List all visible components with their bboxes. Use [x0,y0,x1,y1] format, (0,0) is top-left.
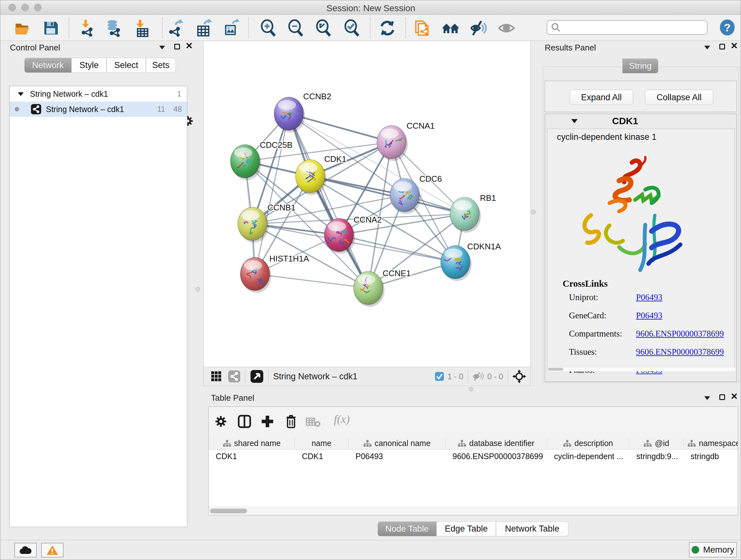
table-cell[interactable]: stringdb:9... [629,449,684,463]
import-network-database-icon[interactable] [105,19,123,37]
node-CCNA2[interactable]: CCNA2 [324,215,382,254]
apply-layout-icon[interactable] [379,19,396,37]
results-panel-close-icon[interactable]: ✕ [731,43,738,49]
right-splitter-handle[interactable] [531,210,536,214]
table-header-row[interactable]: shared namenamecanonical namedatabase id… [209,437,738,449]
import-network-file-icon[interactable] [78,19,96,37]
zoom-in-icon[interactable] [259,19,277,37]
zoom-selected-icon[interactable] [343,19,361,37]
crosslink-link[interactable]: 9606.ENSP00000378699 [636,347,724,357]
help-icon[interactable]: ? [720,19,735,36]
crosslink-link[interactable]: P06493 [636,293,663,302]
search-input[interactable] [547,20,708,35]
control-panel-close-icon[interactable]: ✕ [185,43,193,49]
network-view-title: String Network – cdk1 [273,372,357,381]
column-type-icon [363,440,372,447]
show-all-icon[interactable] [497,19,515,37]
export-table-icon[interactable] [195,19,212,37]
network-tree: String Network – cdk1 1 String Network –… [9,86,187,527]
column-header-description[interactable]: description [547,437,629,449]
node-RB1[interactable]: RB1 [450,193,496,233]
node-CCNB1[interactable]: CCNB1 [238,203,295,243]
selected-checkbox-icon[interactable] [434,372,444,381]
column-header-canonical-name[interactable]: canonical name [348,437,446,449]
cloud-status-button[interactable] [14,543,37,557]
tab-edge-table[interactable]: Edge Table [436,521,496,537]
save-session-icon[interactable] [42,19,60,37]
expand-all-button[interactable]: Expand All [569,90,633,105]
table-cell[interactable]: cyclin-dependent ... [547,449,629,463]
table-row[interactable]: CDK1CDK1P064939606.ENSP00000378699cyclin… [209,449,738,463]
duplicate-network-icon[interactable] [413,19,431,37]
node-label-CDKN1A: CDKN1A [467,242,501,251]
control-panel-float-icon[interactable] [159,46,165,50]
memory-button[interactable]: Memory [689,542,737,557]
node-HIST1H1A[interactable]: HIST1H1A [240,254,309,293]
node-CCNB2[interactable]: CCNB2 [274,91,331,132]
network-type-icon [30,104,42,115]
column-header-name[interactable]: name [295,437,348,449]
warnings-button[interactable] [41,543,64,557]
column-header-namespace[interactable]: namespace [684,437,738,449]
edge-CCNB2-HIST1H1A[interactable] [255,114,289,274]
network-collection-row[interactable]: String Network – cdk1 1 [10,86,187,102]
column-header-shared-name[interactable]: shared name [209,437,295,449]
crosslink-link[interactable]: 9606.ENSP00000378699 [636,329,724,339]
tab-node-table[interactable]: Node Table [378,521,436,537]
pan-crosshair-icon[interactable] [513,370,526,383]
column-header-id[interactable]: @id [629,437,684,449]
create-column-icon[interactable] [260,415,274,428]
detach-view-icon[interactable] [250,369,264,383]
first-neighbors-icon[interactable] [442,19,460,37]
results-panel-float-icon[interactable] [704,46,710,50]
export-image-icon[interactable] [222,19,240,37]
table-options-gear-icon[interactable] [214,415,227,428]
tab-network-table[interactable]: Network Table [496,521,568,537]
table-cell[interactable]: P06493 [348,449,446,463]
delete-column-icon[interactable] [285,414,297,429]
column-header-database-identifier[interactable]: database identifier [446,437,547,449]
node-CCNE1[interactable]: CCNE1 [354,268,411,307]
results-panel-maximize-icon[interactable] [719,44,725,50]
export-network-icon[interactable] [166,19,185,37]
results-entry-cdk1: CDK1 cyclin-dependent kinase 1 [545,114,737,382]
table-cell[interactable]: stringdb [684,449,738,463]
node-CDKN1A[interactable]: CDKN1A [441,242,501,281]
birds-eye-view-icon[interactable] [211,371,222,382]
table-panel-maximize-icon[interactable] [719,394,725,400]
node-CDC6[interactable]: CDC6 [390,174,442,214]
table-panel-close-icon[interactable]: ✕ [731,394,738,399]
table-panel-float-icon[interactable] [704,396,710,400]
node-label-HIST1H1A: HIST1H1A [269,254,309,263]
collapse-all-button[interactable]: Collapse All [645,90,713,105]
control-panel-maximize-icon[interactable] [174,44,180,50]
node-CDK1[interactable]: CDK1 [295,154,346,195]
show-columns-icon[interactable] [238,415,252,428]
table-cell[interactable]: CDK1 [209,449,295,463]
node-label-CDK1: CDK1 [324,154,346,164]
results-hscrollbar[interactable] [547,367,735,371]
open-session-icon[interactable] [14,19,31,37]
zoom-fit-icon[interactable] [315,19,333,37]
table-hscrollbar[interactable] [209,507,738,515]
hidden-node-edge-counts: 0 - 0 [487,372,503,381]
tab-string[interactable]: String [622,58,658,73]
hide-selected-icon[interactable] [470,19,488,37]
node-CCNA1[interactable]: CCNA1 [377,121,434,161]
title-bar: Session: New Session [0,0,741,15]
table-cell[interactable]: 9606.ENSP00000378699 [446,449,547,463]
network-view-canvas[interactable]: CCNB2CCNA1CDC25BCDK1CDC6RB1CCNB1CCNA2CDK… [203,41,531,367]
toolbar-separator [69,17,69,38]
left-splitter-handle[interactable] [196,287,200,292]
window-title: Session: New Session [0,3,741,13]
network-row[interactable]: String Network – cdk1 11 48 [10,102,187,117]
table-cell[interactable]: CDK1 [295,449,348,463]
entry-collapse-caret-icon[interactable] [570,118,578,124]
collection-expand-caret-icon[interactable] [17,91,24,97]
edge-HIST1H1A-CCNE1[interactable] [255,274,368,288]
crosslink-link[interactable]: P06493 [636,311,663,320]
crosslinks-heading: CrossLinks [562,278,608,289]
zoom-out-icon[interactable] [287,19,305,37]
import-table-file-icon[interactable] [134,19,151,37]
control-panel: Control Panel ✕ NetworkStyleSelectSets 1… [4,41,190,528]
